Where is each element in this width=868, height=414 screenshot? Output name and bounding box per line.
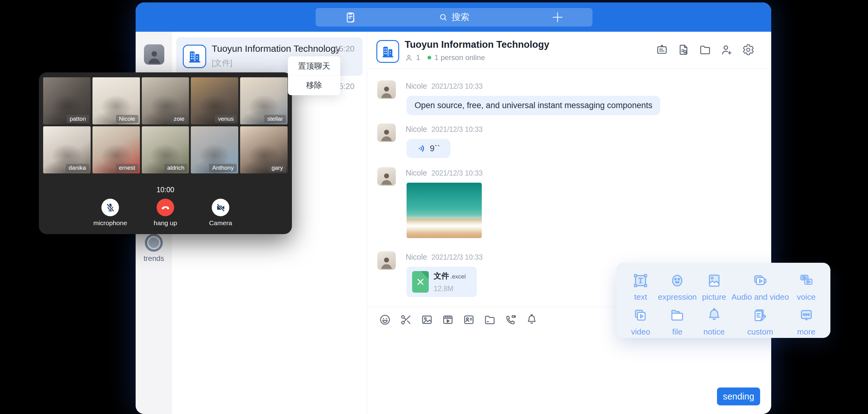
- hang-up-button[interactable]: hang up: [147, 199, 184, 227]
- microphone-label: microphone: [92, 219, 128, 227]
- notice-bell-icon[interactable]: [526, 314, 538, 326]
- avatar[interactable]: [377, 251, 396, 270]
- menu-item-pin-chat[interactable]: 置顶聊天: [288, 56, 340, 75]
- online-dot: [428, 56, 431, 59]
- popup-item-audio-video[interactable]: Audio and video: [732, 272, 789, 302]
- member-icon: [405, 54, 413, 62]
- participant-name: gary: [269, 164, 286, 172]
- plus-icon[interactable]: [551, 11, 564, 24]
- video-tile: aldrich: [142, 126, 189, 173]
- video-call-icon[interactable]: [504, 314, 517, 326]
- message-timestamp: 2021/12/3 10:33: [431, 125, 483, 133]
- file-message-bubble[interactable]: 文件.excel 12.8M: [407, 267, 477, 297]
- image-icon[interactable]: [421, 314, 433, 326]
- sender-name: Nicole: [406, 168, 427, 177]
- hang-up-icon: [160, 202, 171, 213]
- video-icon: [632, 307, 649, 324]
- search-bar[interactable]: 搜索: [316, 8, 592, 27]
- participant-name: Nicole: [116, 115, 138, 123]
- video-tile: danika: [43, 126, 91, 173]
- folder-icon[interactable]: [484, 314, 496, 326]
- popup-item-text[interactable]: text: [623, 272, 658, 302]
- participant-grid: patton Nicole zoie venus stellar danika …: [43, 77, 287, 173]
- participant-name: zoie: [171, 115, 188, 123]
- popup-item-picture[interactable]: picture: [696, 272, 732, 302]
- settings-gear-icon[interactable]: [742, 43, 754, 56]
- chat-panel: Tuoyun Information Technology 1 1 person…: [367, 32, 771, 414]
- search-placeholder: 搜索: [452, 11, 469, 23]
- sidebar-item-trends[interactable]: trends: [135, 234, 172, 263]
- popup-item-custom[interactable]: custom: [732, 307, 789, 337]
- avatar[interactable]: [377, 81, 396, 99]
- text-icon: [632, 272, 649, 289]
- video-tile: gary: [240, 126, 287, 173]
- message-type-popup: text expression picture: [617, 263, 830, 338]
- image-message[interactable]: [407, 183, 482, 238]
- hang-up-label: hang up: [147, 219, 184, 227]
- text-message-bubble: Open source, free, and universal instant…: [407, 96, 660, 115]
- avatar[interactable]: [377, 124, 396, 142]
- send-button[interactable]: sending: [717, 387, 760, 405]
- popup-item-notice[interactable]: notice: [696, 307, 732, 337]
- sender-name: Nicole: [406, 253, 427, 261]
- conversation-time: 15:20: [335, 44, 354, 54]
- composer-toolbar: [379, 314, 538, 326]
- picture-icon: [706, 272, 723, 289]
- search-icon: [439, 12, 448, 22]
- chat-subtitle: 1 1 person online: [405, 53, 485, 62]
- video-tile: ernest: [92, 126, 140, 173]
- popup-item-voice[interactable]: voice: [789, 272, 824, 302]
- emoji-icon[interactable]: [379, 314, 391, 326]
- microphone-button[interactable]: microphone: [92, 199, 128, 227]
- message-text: Open source, free, and universal instant…: [407, 96, 660, 115]
- popup-item-video[interactable]: video: [623, 307, 658, 337]
- camera-button[interactable]: Camera: [203, 199, 239, 227]
- menu-item-remove[interactable]: 移除: [288, 75, 340, 95]
- popup-item-file[interactable]: file: [658, 307, 697, 337]
- video-tile: stellar: [240, 77, 287, 124]
- app-topbar: 搜索: [135, 2, 771, 32]
- video-tile: patton: [43, 77, 91, 124]
- notice-icon: [706, 307, 723, 324]
- popup-item-expression[interactable]: expression: [658, 272, 697, 302]
- group-icon: [183, 45, 206, 68]
- chat-title: Tuoyun Information Technology: [405, 39, 549, 50]
- video-tile: zoie: [142, 77, 189, 124]
- conversation-title: Tuoyun Information Technology: [212, 43, 335, 54]
- file-search-icon[interactable]: [677, 43, 690, 56]
- file-name: 文件: [434, 272, 449, 280]
- avatar[interactable]: [377, 167, 396, 186]
- file-folder-icon: [669, 307, 686, 324]
- voice-wave-icon: [417, 144, 427, 153]
- expression-icon: [669, 272, 686, 289]
- call-timer: 10:00: [39, 186, 292, 194]
- contact-log-icon[interactable]: [344, 11, 357, 24]
- popup-item-more[interactable]: more: [789, 307, 824, 337]
- voice-message-bubble[interactable]: 9``: [407, 139, 450, 158]
- video-tile: venus: [191, 77, 238, 124]
- context-menu: 置顶聊天 移除: [288, 56, 340, 95]
- announcement-icon[interactable]: [656, 43, 668, 56]
- user-avatar[interactable]: [144, 44, 164, 65]
- search-field[interactable]: 搜索: [439, 11, 469, 23]
- more-icon: [798, 307, 815, 324]
- message-timestamp: 2021/12/3 10:33: [431, 82, 483, 90]
- participant-name: aldrich: [164, 164, 187, 172]
- add-member-icon[interactable]: [720, 43, 733, 56]
- conversation-preview: [文件]: [212, 58, 232, 68]
- camera-off-icon: [215, 202, 226, 213]
- participant-name: Anthony: [209, 164, 237, 172]
- custom-icon: [751, 307, 769, 324]
- voice-icon: [798, 272, 815, 289]
- scissors-icon[interactable]: [400, 314, 412, 326]
- contact-card-icon[interactable]: [463, 314, 475, 326]
- audio-video-icon: [751, 272, 769, 289]
- voice-duration: 9``: [430, 144, 440, 153]
- trends-label: trends: [135, 254, 172, 263]
- video-clip-icon[interactable]: [442, 314, 454, 326]
- message-timestamp: 2021/12/3 10:33: [431, 169, 483, 177]
- sender-name: Nicole: [406, 82, 427, 90]
- folder-icon[interactable]: [699, 43, 711, 56]
- camera-label: Camera: [203, 219, 239, 227]
- video-call-overlay: patton Nicole zoie venus stellar danika …: [39, 72, 292, 234]
